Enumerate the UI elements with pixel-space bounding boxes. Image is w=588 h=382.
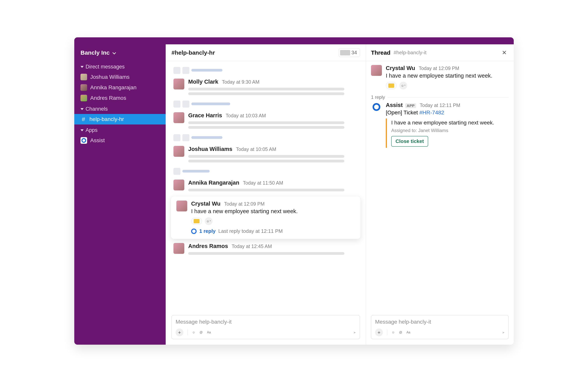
smile-plus-icon: ☺⁺	[206, 219, 211, 223]
skeleton-row	[166, 65, 366, 76]
close-ticket-button[interactable]: Close ticket	[391, 136, 428, 147]
message-author: Crystal Wu	[386, 65, 415, 71]
app-item[interactable]: Assist	[74, 135, 166, 146]
reaction-chip[interactable]	[386, 82, 397, 89]
add-reaction-button[interactable]: ☺⁺	[399, 82, 407, 89]
thread-body[interactable]: Crystal Wu Today at 12:09 PM I have a ne…	[366, 61, 514, 312]
reaction-chip[interactable]	[191, 218, 202, 225]
channel-composer[interactable]: Message help-bancly-it + ☺ @ Aa ➤	[171, 315, 360, 339]
smile-icon: ☺	[192, 331, 195, 334]
mention-button[interactable]: @	[200, 331, 203, 334]
apps-section-header[interactable]: Apps	[74, 125, 166, 135]
thread-summary[interactable]: 1 reply Last reply today at 12:11 PM	[191, 228, 356, 234]
message-text: I have a new employee starting next week…	[386, 73, 509, 79]
member-avatars-icon	[341, 50, 350, 55]
attach-button[interactable]: +	[375, 329, 383, 336]
message-time: Today at 10:05 AM	[236, 147, 276, 152]
divider	[188, 329, 188, 335]
message[interactable]: Andres Ramos Today at 12:45 AM	[166, 240, 366, 258]
dm-section-header[interactable]: Direct messages	[74, 61, 166, 72]
send-icon: ➤	[502, 331, 504, 334]
skeleton-row	[166, 166, 366, 177]
channel-name: help-bancly-hr	[89, 116, 124, 122]
lifebuoy-icon	[191, 229, 197, 234]
assist-avatar	[371, 102, 382, 113]
message[interactable]: Annika Rangarajan Today at 11:50 AM	[166, 177, 366, 195]
member-count-button[interactable]: 34	[339, 48, 360, 57]
add-reaction-button[interactable]: ☺⁺	[205, 217, 212, 225]
avatar	[371, 65, 382, 76]
message-author: Grace Harris	[188, 112, 222, 118]
ticket-status-line: [Open] Ticket #HR-7482	[386, 109, 509, 116]
message-time: Today at 12:09 PM	[419, 65, 459, 71]
channels-section-header[interactable]: Channels	[74, 103, 166, 114]
reply-separator: 1 reply	[371, 95, 509, 100]
message-author: Assist	[386, 102, 403, 108]
emoji-button[interactable]: ☺	[392, 331, 395, 334]
message-author: Andres Ramos	[188, 243, 228, 249]
ticket-emoji-icon	[388, 84, 394, 88]
message[interactable]: Grace Harris Today at 10:03 AM	[166, 109, 366, 132]
mention-button[interactable]: @	[399, 331, 402, 334]
caret-down-icon	[81, 108, 84, 110]
message[interactable]: Molly Clark Today at 9:30 AM	[166, 76, 366, 99]
member-count: 34	[351, 50, 357, 56]
channel-title[interactable]: #help-bancly-hr	[171, 49, 215, 56]
avatar	[173, 180, 184, 191]
thread-parent-message[interactable]: Crystal Wu Today at 12:09 PM I have a ne…	[371, 65, 509, 91]
channels-section-label: Channels	[85, 106, 108, 112]
plus-icon: +	[378, 329, 380, 336]
attach-button[interactable]: +	[176, 329, 183, 336]
app-name: Assist	[90, 137, 105, 144]
workspace-switcher[interactable]: Bancly Inc	[74, 44, 166, 61]
format-button[interactable]: Aa	[207, 331, 211, 334]
avatar	[173, 112, 184, 123]
message-text: I have a new employee starting next week…	[191, 208, 356, 214]
send-button[interactable]: ➤	[502, 331, 504, 334]
message-time: Today at 11:50 AM	[243, 180, 283, 186]
message-author: Crystal Wu	[191, 201, 221, 207]
composer-placeholder: Message help-bancly-it	[176, 319, 356, 325]
close-thread-button[interactable]: ✕	[500, 48, 509, 57]
ticket-emoji-icon	[194, 219, 200, 223]
thread-composer[interactable]: Message help-bancly-it + ☺ @ Aa ➤	[371, 315, 509, 339]
reply-count-label: 1 reply	[371, 95, 385, 100]
dm-name: Annika Rangarajan	[90, 85, 136, 91]
message-highlighted[interactable]: Crystal Wu Today at 12:09 PM I have a ne…	[171, 196, 361, 239]
window-titlebar	[74, 37, 514, 44]
plus-icon: +	[178, 329, 181, 336]
thread-reply[interactable]: Assist APP Today at 12:11 PM [Open] Tick…	[371, 102, 509, 148]
aa-icon: Aa	[407, 331, 410, 334]
avatar	[176, 201, 187, 212]
format-button[interactable]: Aa	[407, 331, 410, 334]
message-list[interactable]: Molly Clark Today at 9:30 AM Grace Harri…	[166, 61, 366, 313]
message-author: Annika Rangarajan	[188, 180, 239, 186]
avatar	[173, 79, 184, 89]
sidebar: Bancly Inc Direct messages Joshua Willia…	[74, 44, 166, 345]
apps-section-label: Apps	[85, 127, 98, 133]
channel-item[interactable]: # help-bancly-hr	[74, 114, 166, 125]
skeleton-row	[166, 132, 366, 143]
emoji-button[interactable]: ☺	[192, 331, 195, 334]
dm-name: Joshua Williams	[90, 74, 129, 80]
avatar	[81, 84, 87, 91]
send-button[interactable]: ➤	[353, 331, 356, 334]
caret-down-icon	[81, 66, 84, 68]
smile-plus-icon: ☺⁺	[401, 84, 406, 87]
smile-icon: ☺	[392, 331, 395, 334]
assist-app-icon	[81, 137, 87, 144]
avatar	[173, 146, 184, 157]
dm-item[interactable]: Andres Ramos	[74, 93, 166, 103]
dm-item[interactable]: Annika Rangarajan	[74, 82, 166, 93]
message[interactable]: Joshua Williams Today at 10:05 AM	[166, 143, 366, 166]
close-icon: ✕	[502, 49, 507, 56]
workspace-name: Bancly Inc	[81, 49, 110, 56]
channel-header: #help-bancly-hr 34	[166, 44, 366, 61]
send-icon: ➤	[353, 331, 356, 334]
ticket-status-prefix: [Open] Ticket	[386, 109, 420, 116]
avatar	[173, 243, 184, 254]
lifebuoy-icon	[82, 138, 86, 143]
dm-item[interactable]: Joshua Williams	[74, 72, 166, 82]
aa-icon: Aa	[207, 331, 211, 334]
ticket-link[interactable]: #HR-7482	[420, 109, 444, 116]
